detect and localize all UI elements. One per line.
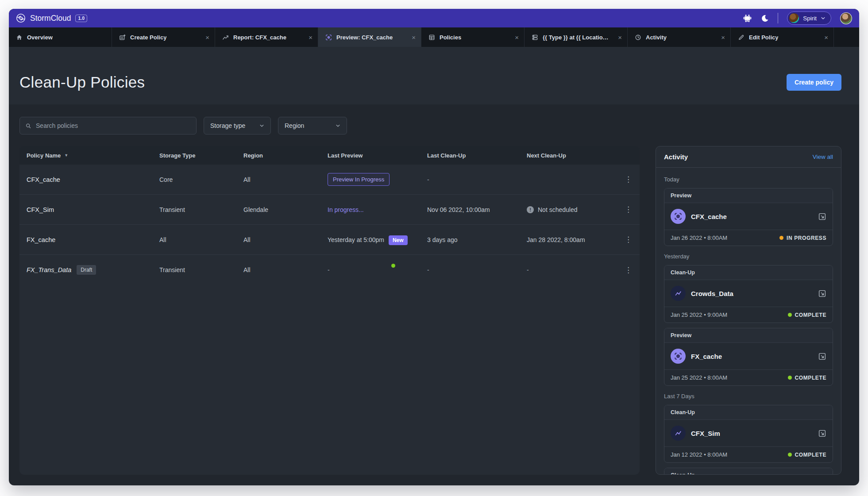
tab-preview-cfx-cache[interactable]: Preview: CFX_cache× [318,27,421,47]
filter-bar: Storage type Region [19,117,841,135]
environment-menu[interactable]: Spirit [787,12,831,25]
activity-card-cfx-sim[interactable]: Clean-UpCFX_SimJan 12 2022 • 8:00AMCOMPL… [664,405,833,463]
preview-circle-icon [671,349,686,364]
last-preview-cell: Preview In Progress [328,173,427,186]
last-preview-cell: Yesterday at 5:00pmNew [328,236,427,243]
activity-date: Jan 25 2022 • 8:00AM [671,374,727,381]
sort-caret-icon: ▼ [64,153,68,158]
preview-circle-icon [671,209,686,224]
policy-name-cell: FX_Trans_DataDraft [27,265,159,275]
open-report-icon[interactable] [818,289,826,298]
create-policy-button[interactable]: Create policy [787,74,841,91]
status-dot-icon [788,376,792,380]
table-icon [428,34,435,41]
storage-type-dropdown[interactable]: Storage type [204,117,271,135]
preview-progress-link[interactable]: In progress... [328,206,364,213]
view-all-link[interactable]: View all [813,154,833,160]
row-actions-kebab-icon[interactable]: ⋮ [615,175,633,184]
policy-name-cell: CFX_cache [27,176,159,183]
dark-mode-moon-icon[interactable] [760,14,769,23]
row-actions-kebab-icon[interactable]: ⋮ [615,205,633,214]
tab-activity[interactable]: Activity× [628,27,731,47]
close-tab-icon[interactable]: × [822,34,828,41]
activity-card-main: CFX_Sim [664,420,833,446]
column-header-policy-name[interactable]: Policy Name▼ [27,152,159,159]
activity-type-label: Preview [664,188,833,203]
column-header-last-preview[interactable]: Last Preview [328,152,427,159]
table-row-fx-trans-data[interactable]: FX_Trans_DataDraftTransientAll---⋮ [19,255,640,285]
status-badge: COMPLETE [788,312,826,318]
status-badge: COMPLETE [788,452,826,458]
column-header-storage-type[interactable]: Storage Type [159,152,243,159]
close-tab-icon[interactable]: × [409,34,416,41]
activity-card-fx-cache[interactable]: PreviewFX_cacheJan 25 2022 • 8:00AMCOMPL… [664,328,833,386]
activity-type-label: Preview [664,328,833,343]
region-dropdown[interactable]: Region [278,117,347,135]
column-header-region[interactable]: Region [243,152,328,159]
close-tab-icon[interactable]: × [306,34,312,41]
preview-in-progress-button[interactable]: Preview In Progress [328,173,390,186]
tab-edit-policy[interactable]: Edit Policy× [731,27,834,47]
column-header-next-clean-up[interactable]: Next Clean-Up [527,152,615,159]
tab-type-at-location[interactable]: {{ Type }} at {{ Location }}× [525,27,628,47]
tab-label: Overview [27,34,53,41]
activity-card-footer: Jan 25 2022 • 8:00AMCOMPLETE [664,369,833,385]
column-header-last-clean-up[interactable]: Last Clean-Up [427,152,527,159]
brand: StormCloud 1.0 [16,13,87,23]
user-avatar[interactable] [840,12,852,24]
close-tab-icon[interactable]: × [512,34,519,41]
open-report-icon[interactable] [818,212,826,221]
next-cleanup-value: - [527,266,529,273]
activity-card-main: Crowds_Data [664,280,833,307]
topbar-divider [778,13,778,23]
close-tab-icon[interactable]: × [718,34,725,41]
open-report-icon[interactable] [818,429,826,438]
table-row-fx-cache[interactable]: FX_cacheAllAllYesterday at 5:00pmNew3 da… [19,225,640,255]
activity-panel: Activity View all TodayPreviewCFX_cacheJ… [656,146,841,475]
last-cleanup-cell: - [427,266,527,273]
bug-icon[interactable] [743,14,752,23]
alert-icon: ! [527,206,534,213]
activity-feed: TodayPreviewCFX_cacheJan 26 2022 • 8:00A… [656,168,841,474]
region-cell: All [243,266,328,273]
trend-circle-icon [671,426,686,441]
last-preview-value: - [328,266,330,273]
table-row-cfx-cache[interactable]: CFX_cacheCoreAllPreview In Progress-⋮ [19,165,640,195]
tab-label: Report: CFX_cache [233,34,286,41]
tab-label: Preview: CFX_cache [336,34,393,41]
activity-card-cfx-cache[interactable]: PreviewCFX_cacheJan 26 2022 • 8:00AMIN P… [664,188,833,246]
close-tab-icon[interactable]: × [615,34,622,41]
row-actions-kebab-icon[interactable]: ⋮ [615,235,633,244]
activity-header: Activity View all [656,146,841,168]
search-input[interactable] [36,122,191,129]
page-header: Clean-Up Policies Create policy [9,47,859,104]
activity-date: Jan 26 2022 • 8:00AM [671,235,727,241]
activity-card-cfx-data[interactable]: Clean-UpCFX_data [664,468,833,474]
table-row-cfx-sim[interactable]: CFX_SimTransientGlendaleIn progress...No… [19,195,640,225]
activity-policy-name: FX_cache [691,353,722,360]
open-report-icon[interactable] [818,352,826,361]
tab-report-cfx-cache[interactable]: Report: CFX_cache× [215,27,318,47]
tab-overview[interactable]: Overview [9,27,112,47]
activity-card-main: FX_cache [664,343,833,369]
activity-type-label: Clean-Up [664,468,833,474]
storage-type-cell: Core [159,176,243,183]
next-cleanup-cell: Jan 28 2022, 8:00am [527,236,615,243]
activity-card-footer: Jan 12 2022 • 8:00AMCOMPLETE [664,446,833,462]
policy-name-cell: CFX_Sim [27,206,159,213]
server-icon [532,34,538,41]
trend-circle-icon [671,286,686,301]
tab-create-policy[interactable]: Create Policy× [112,27,215,47]
activity-card-crowds-data[interactable]: Clean-UpCrowds_DataJan 25 2022 • 9:00AMC… [664,265,833,323]
main-row: Policy Name▼Storage TypeRegionLast Previ… [19,146,841,475]
new-badge: New [389,235,408,245]
close-tab-icon[interactable]: × [203,34,209,41]
search-box [19,117,197,135]
last-preview-value: Yesterday at 5:00pm [328,236,384,243]
region-cell: Glendale [243,206,328,213]
next-cleanup-value: Jan 28 2022, 8:00am [527,236,585,243]
tab-bar: OverviewCreate Policy×Report: CFX_cache×… [9,27,859,47]
activity-card-footer: Jan 26 2022 • 8:00AMIN PROGRESS [664,230,833,246]
row-actions-kebab-icon[interactable]: ⋮ [615,265,633,275]
tab-policies[interactable]: Policies× [421,27,525,47]
